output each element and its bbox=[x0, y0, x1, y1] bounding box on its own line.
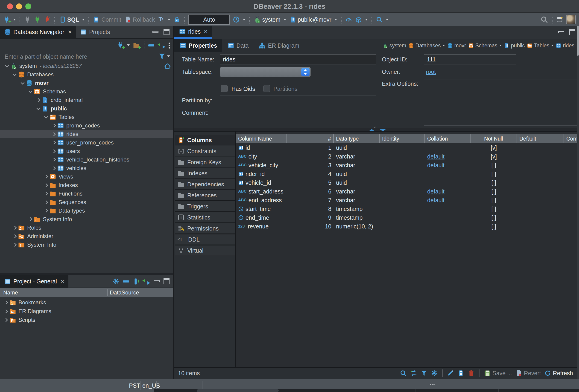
tree-item-public[interactable]: public bbox=[0, 104, 173, 113]
minimize-editor-icon[interactable] bbox=[558, 31, 564, 33]
partitions-checkbox[interactable] bbox=[263, 85, 270, 92]
invalidate-connection-button[interactable] bbox=[34, 16, 41, 23]
comment-textarea[interactable] bbox=[220, 108, 376, 128]
column-header-not-null[interactable]: Not Null bbox=[471, 134, 517, 143]
tools-button[interactable] bbox=[355, 16, 362, 23]
chevron-right-icon[interactable] bbox=[51, 124, 57, 127]
chevron-right-icon[interactable] bbox=[43, 200, 49, 204]
gear-icon[interactable] bbox=[112, 278, 119, 285]
section-tab-constraints[interactable]: Constraints bbox=[175, 146, 235, 157]
tree-item-vehicle-location-histories[interactable]: vehicle_location_histories bbox=[0, 155, 173, 164]
tree-item-vehicles[interactable]: vehicles bbox=[0, 164, 173, 172]
section-tab-permissions[interactable]: Permissions bbox=[175, 223, 235, 234]
new-connection-dropdown[interactable] bbox=[13, 19, 16, 20]
subtab-er-diagram[interactable]: ER Diagram bbox=[254, 39, 304, 52]
chevron-right-icon[interactable] bbox=[51, 141, 57, 144]
column-header-datasource[interactable]: DataSource bbox=[108, 289, 139, 296]
chevron-right-icon[interactable] bbox=[3, 318, 9, 322]
subtab-properties[interactable]: Properties bbox=[174, 39, 222, 52]
expand-button[interactable] bbox=[133, 280, 139, 282]
save-button[interactable]: Save ... bbox=[484, 370, 512, 377]
breadcrumb-databases[interactable]: Databases bbox=[408, 43, 445, 49]
tree-item-system-info[interactable]: System Info bbox=[0, 240, 173, 249]
chevron-right-icon[interactable] bbox=[43, 175, 49, 178]
breadcrumb-tables[interactable]: Tables bbox=[527, 43, 554, 49]
chevron-right-icon[interactable] bbox=[51, 132, 57, 136]
tab-database-navigator[interactable]: Database Navigator× bbox=[0, 26, 76, 38]
form-grid-sash[interactable] bbox=[174, 128, 579, 132]
section-tab-indexes[interactable]: Indexes bbox=[175, 168, 235, 178]
column-row-vehicle_city[interactable]: ABCvehicle_city3varchardefault[ ] bbox=[236, 161, 579, 169]
project-item-er-diagrams[interactable]: ER Diagrams bbox=[0, 307, 173, 316]
section-tab-references[interactable]: References bbox=[175, 190, 235, 201]
compare-icon[interactable] bbox=[410, 370, 417, 377]
object-id-input[interactable] bbox=[424, 54, 516, 64]
chevron-right-icon[interactable] bbox=[12, 243, 18, 247]
chevron-right-icon[interactable] bbox=[35, 98, 41, 102]
refresh-button[interactable]: Refresh bbox=[544, 370, 573, 377]
filter-funnel-icon[interactable] bbox=[421, 370, 428, 377]
column-row-end_address[interactable]: ABCend_address7varchardefault[ ] bbox=[236, 196, 579, 205]
owner-link[interactable]: root bbox=[426, 68, 436, 75]
scrollbar-thumb[interactable] bbox=[197, 389, 279, 392]
column-header-column-name[interactable]: Column Name bbox=[236, 134, 287, 143]
column-row-id[interactable]: id1uuid[v] bbox=[236, 143, 579, 152]
table-name-input[interactable] bbox=[220, 54, 376, 64]
panel-sash[interactable] bbox=[0, 273, 173, 275]
minimize-panel-icon[interactable] bbox=[152, 31, 158, 33]
timezone-indicator[interactable]: PST bbox=[129, 381, 140, 390]
column-row-city[interactable]: ABCcity2varchardefault[v] bbox=[236, 152, 579, 161]
link-with-editor-button[interactable] bbox=[142, 279, 150, 284]
chevron-right-icon[interactable] bbox=[51, 166, 57, 170]
tree-item-system[interactable]: system- localhost:26257 bbox=[0, 62, 173, 70]
maximize-editor-icon[interactable] bbox=[569, 29, 575, 35]
chevron-right-icon[interactable] bbox=[43, 192, 49, 196]
section-tab-dependencies[interactable]: Dependencies bbox=[175, 179, 235, 190]
section-tab-ddl[interactable]: <TDDL bbox=[175, 234, 235, 245]
tree-item-views[interactable]: Views bbox=[0, 172, 173, 181]
new-folder-button[interactable] bbox=[133, 42, 140, 49]
persp-switch-button[interactable] bbox=[556, 16, 563, 23]
column-header-#[interactable]: # bbox=[316, 134, 334, 143]
rollback-button[interactable]: Rollback bbox=[124, 16, 155, 23]
column-header-name[interactable]: Name bbox=[0, 289, 108, 296]
column-header-default[interactable]: Default bbox=[517, 134, 564, 143]
breadcrumb-dropdown[interactable] bbox=[551, 45, 553, 46]
column-row-revenue[interactable]: 123revenue10numeric(10, 2)[ ] bbox=[236, 222, 579, 231]
tree-item-tables[interactable]: Tables bbox=[0, 113, 173, 121]
tree-item-indexes[interactable]: Indexes bbox=[0, 181, 173, 189]
dashboard-button[interactable] bbox=[345, 16, 352, 23]
close-icon[interactable]: × bbox=[68, 28, 72, 36]
filter-dropdown[interactable] bbox=[167, 56, 170, 57]
active-schema-combo[interactable]: public@movr bbox=[289, 16, 331, 23]
partition-by-input[interactable] bbox=[220, 95, 376, 105]
object-search-dropdown[interactable] bbox=[386, 19, 389, 20]
status-drag-handle[interactable] bbox=[430, 384, 431, 385]
active-connection-dropdown[interactable] bbox=[284, 19, 286, 20]
transaction-lock-button[interactable] bbox=[173, 16, 180, 23]
sql-editor-dropdown[interactable] bbox=[82, 19, 85, 20]
object-search-button[interactable] bbox=[376, 16, 383, 23]
search-icon[interactable] bbox=[400, 370, 407, 377]
chevron-right-icon[interactable] bbox=[51, 158, 57, 162]
gear-icon[interactable] bbox=[431, 370, 438, 377]
new-connection-button[interactable] bbox=[3, 16, 10, 23]
section-tab-statistics[interactable]: Statistics bbox=[175, 212, 235, 223]
chevron-right-icon[interactable] bbox=[3, 309, 9, 313]
chevron-right-icon[interactable] bbox=[3, 301, 9, 304]
chevron-right-icon[interactable] bbox=[28, 217, 34, 221]
transaction-log-button[interactable] bbox=[158, 16, 165, 23]
user-avatar[interactable] bbox=[566, 15, 576, 24]
revert-button[interactable]: Revert bbox=[515, 370, 541, 377]
tree-item-user-promo-codes[interactable]: user_promo_codes bbox=[0, 138, 173, 147]
active-connection-combo[interactable]: system bbox=[254, 16, 280, 23]
tab-rides-editor[interactable]: rides× bbox=[174, 26, 212, 39]
close-icon[interactable]: × bbox=[61, 278, 64, 285]
project-item-bookmarks[interactable]: Bookmarks bbox=[0, 298, 173, 307]
breadcrumb-public[interactable]: public bbox=[504, 43, 525, 49]
breadcrumb-dropdown[interactable] bbox=[499, 45, 502, 46]
column-row-start_address[interactable]: ABCstart_address6varchardefault[ ] bbox=[236, 187, 579, 196]
column-header-data-type[interactable]: Data type bbox=[334, 134, 380, 143]
disconnect-button[interactable] bbox=[24, 16, 31, 23]
chevron-right-icon[interactable] bbox=[12, 234, 18, 238]
